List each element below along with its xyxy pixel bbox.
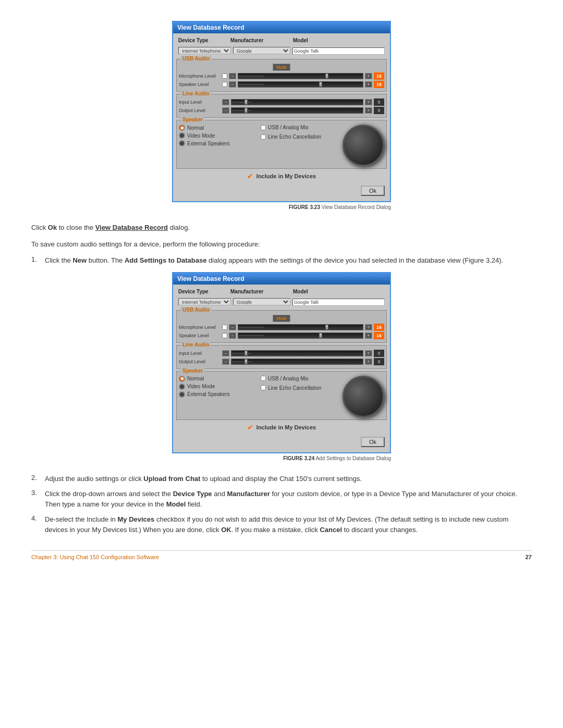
manufacturer-select-2[interactable]: Google	[233, 298, 290, 305]
page-footer: Chapter 3: Using Chat 150 Configuration …	[31, 550, 532, 560]
include-row-2: ✔ Include in My Devices	[176, 423, 387, 431]
footer-page: 27	[525, 554, 532, 560]
ok-button-1[interactable]: Ok	[361, 186, 385, 196]
output-minus-2[interactable]: −	[222, 359, 229, 365]
input-plus-1[interactable]: +	[365, 99, 372, 105]
spk-checkbox-1[interactable]	[222, 82, 227, 87]
mute-row-1: Mute	[179, 64, 384, 71]
video-mode-radio-row-2: Video Mode	[179, 384, 258, 390]
spk-plus-2[interactable]: +	[365, 332, 372, 339]
usb-analog-label-2: USB / Analog Mix	[268, 376, 309, 381]
output-plus-2[interactable]: +	[365, 359, 372, 365]
figure1-caption-text: View Database Record Dialog	[322, 204, 391, 210]
input-minus-1[interactable]: −	[222, 99, 229, 105]
speaker-knob-container-2	[342, 376, 384, 417]
ext-spk-radio-2[interactable]	[179, 391, 185, 398]
spk-plus-1[interactable]: +	[365, 81, 372, 88]
line-echo-cb-2[interactable]	[261, 385, 266, 390]
list-num-1: 1.	[31, 255, 41, 266]
include-label-2: Include in My Devices	[256, 424, 316, 430]
output-plus-1[interactable]: +	[365, 107, 372, 114]
mic-minus-2[interactable]: −	[229, 324, 236, 330]
list-4-bold1: My Devices	[117, 515, 154, 523]
spk-minus-1[interactable]: −	[229, 81, 236, 88]
line-echo-cb-1[interactable]	[261, 134, 266, 140]
input-value-2: 0	[374, 350, 384, 357]
model-input[interactable]	[292, 47, 385, 55]
input-plus-2[interactable]: +	[365, 350, 372, 356]
mute-button-2[interactable]: Mute	[273, 315, 290, 322]
list-4c: . If you make a mistake, click	[231, 526, 320, 534]
device-type-select-2[interactable]: Internet Telephone	[178, 298, 231, 305]
mic-value-1: 16	[374, 72, 384, 80]
list-item-4: 4. De-select the Include in My Devices c…	[31, 514, 532, 535]
list-4a: De-select the Include in	[45, 515, 117, 523]
ext-spk-label-1: External Speakers	[187, 141, 230, 146]
manufacturer-cell-2[interactable]: Google	[233, 298, 290, 306]
spk-value-2: 16	[374, 332, 384, 339]
line-audio-label-1: Line Audio	[181, 91, 211, 96]
usb-audio-label-1: USB Audio	[181, 56, 211, 61]
usb-analog-label-1: USB / Analog Mix	[268, 125, 309, 130]
output-slider-1[interactable]	[231, 107, 363, 114]
list-1-bold2: Add Settings to Database	[125, 256, 206, 264]
ext-spk-radio-row-2: External Speakers	[179, 391, 258, 398]
spk-checkbox-2[interactable]	[222, 333, 227, 338]
dialog2-titlebar: View Database Record	[173, 273, 390, 285]
normal-radio-row-1: Normal	[179, 125, 258, 131]
include-row-1: ✔ Include in My Devices	[176, 172, 387, 180]
usb-analog-cb-1[interactable]	[261, 125, 266, 130]
col-model-2: Model	[293, 289, 308, 294]
manufacturer-select[interactable]: Google	[233, 47, 290, 54]
mic-checkbox-2[interactable]	[222, 325, 227, 330]
output-level-row-2: Output Level − + 0	[179, 358, 384, 365]
device-type-select[interactable]: Internet Telephone	[178, 47, 231, 54]
device-type-cell-2[interactable]: Internet Telephone	[178, 298, 231, 306]
mic-plus-2[interactable]: +	[365, 324, 372, 330]
list-3a: Click the drop-down arrows and select th…	[45, 490, 173, 498]
model-cell-2[interactable]	[292, 298, 385, 306]
body-ok-1: Ok	[48, 224, 57, 231]
body-dialog-name-1: View Database Record	[95, 224, 168, 231]
figure2-caption-text: Add Settings to Database Dialog	[315, 455, 391, 461]
line-echo-row-1: Line Echo Cancellation	[261, 134, 339, 140]
model-cell[interactable]	[292, 46, 385, 55]
video-mode-radio-2[interactable]	[179, 384, 185, 390]
mic-plus-1[interactable]: +	[365, 73, 372, 79]
normal-radio-2[interactable]	[179, 376, 185, 382]
ext-spk-radio-1[interactable]	[179, 140, 185, 146]
normal-radio-1[interactable]	[179, 125, 185, 131]
output-slider-2[interactable]	[231, 359, 363, 365]
figure2-label: FIGURE 3.24	[283, 455, 314, 461]
ok-button-2[interactable]: Ok	[361, 437, 385, 447]
speaker-left-1: Normal Video Mode External Speakers	[179, 125, 258, 166]
output-minus-1[interactable]: −	[222, 107, 229, 114]
checkmark-icon-2: ✔	[247, 423, 253, 431]
video-mode-radio-1[interactable]	[179, 132, 185, 139]
mic-minus-1[interactable]: −	[229, 73, 236, 79]
input-slider-2[interactable]	[231, 350, 363, 356]
manufacturer-cell[interactable]: Google	[233, 46, 290, 55]
list-num-3: 3.	[31, 489, 41, 509]
input-minus-2[interactable]: −	[222, 350, 229, 356]
video-mode-label-1: Video Mode	[187, 133, 215, 139]
ok-row-1: Ok	[176, 183, 387, 198]
list-4-bold3: Cancel	[320, 526, 342, 534]
mic-slider-2[interactable]	[238, 324, 363, 330]
spk-slider-2[interactable]	[238, 332, 363, 339]
mic-checkbox-1[interactable]	[222, 73, 227, 79]
spk-slider-1[interactable]	[238, 81, 363, 88]
mic-slider-1[interactable]	[238, 73, 363, 79]
list-3-bold3: Model	[166, 500, 186, 508]
mute-button-1[interactable]: Mute	[273, 64, 290, 71]
spk-minus-2[interactable]: −	[229, 332, 236, 339]
usb-analog-cb-2[interactable]	[261, 376, 266, 381]
speaker-knob-container-1	[342, 125, 384, 166]
list-1-bold1: New	[72, 256, 87, 264]
list-3-bold2: Manufacturer	[227, 490, 270, 498]
list-2-bold: Upload from Chat	[143, 475, 200, 483]
input-slider-1[interactable]	[231, 99, 363, 105]
model-input-2[interactable]	[292, 299, 385, 306]
spk-label-2: Speaker Level	[179, 333, 221, 338]
device-type-cell[interactable]: Internet Telephone	[178, 46, 231, 55]
